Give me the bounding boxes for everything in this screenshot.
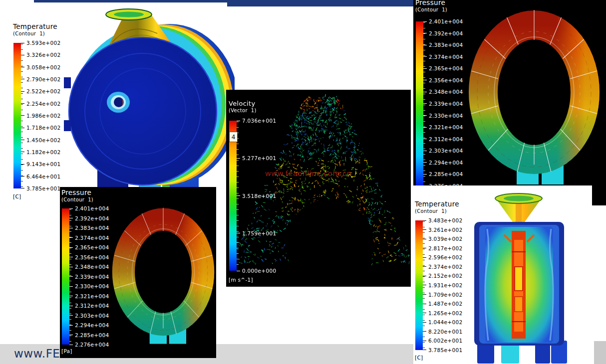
legend-tick: 3.785e+001 [423, 347, 462, 353]
tick-dash [69, 276, 73, 277]
tick-label: 1.709e+002 [428, 292, 462, 298]
legend-scale: 4 7.036e+0015.277e+0013.518e+0011.759e+0… [229, 121, 285, 271]
tick-label: 2.285e+004 [75, 332, 109, 338]
tick-label: 2.392e+004 [429, 30, 463, 36]
black-corner-extension [592, 185, 606, 205]
tick-dash [423, 350, 426, 350]
tick-dash [423, 103, 427, 104]
legend-tick: 2.401e+004 [423, 18, 463, 24]
legend-tick: 1.759e+001 [237, 230, 276, 236]
tick-label: 2.383e+004 [75, 225, 109, 231]
tick-label: 3.593e+002 [26, 40, 60, 46]
legend-tick: 2.790e+002 [21, 76, 60, 82]
tick-dash [423, 248, 426, 248]
legend-subtitle: (Contour 1) [415, 208, 471, 214]
tick-label: 2.383e+004 [429, 42, 463, 48]
tick-label: 2.303e+004 [75, 313, 109, 319]
tick-dash [237, 271, 240, 271]
legend-subtitle: (Contour 1) [415, 6, 471, 13]
tick-dash [69, 237, 73, 238]
temperature-legend-right: Temperature (Contour 1) 3.483e+0023.261e… [415, 200, 471, 361]
tick-dash [69, 335, 73, 335]
legend-tick: 2.356e+004 [69, 254, 109, 260]
legend-ticks: 2.401e+0042.392e+0042.383e+0042.374e+004… [69, 205, 109, 348]
legend-tick: 2.365e+004 [423, 65, 463, 71]
tick-label: 2.330e+004 [75, 283, 109, 289]
legend-tick: 2.312e+004 [69, 303, 109, 309]
tick-dash [21, 67, 24, 67]
legend-tick: 2.285e+004 [423, 171, 463, 177]
legend-tick: 5.277e+001 [237, 155, 276, 161]
tick-dash [423, 239, 426, 239]
legend-title: Temperature [13, 23, 69, 30]
legend-tick: 2.303e+004 [69, 313, 109, 319]
tick-label: 2.321e+004 [429, 124, 463, 130]
legend-tick: 0.000e+000 [237, 268, 276, 274]
tick-dash [21, 140, 24, 140]
tick-dash [423, 45, 427, 45]
tick-label: 3.483e+002 [428, 217, 462, 223]
tick-dash [69, 228, 73, 228]
tick-dash [423, 313, 426, 313]
tick-dash [69, 267, 73, 267]
tick-dash [21, 79, 24, 79]
legend-tick: 2.330e+004 [423, 113, 463, 119]
tick-label: 8.220e+001 [428, 329, 462, 335]
tick-label: 3.785e+001 [26, 185, 60, 191]
tick-label: 2.365e+004 [75, 244, 109, 250]
tick-label: 6.002e+001 [428, 338, 462, 344]
tick-dash [69, 257, 73, 257]
tick-dash [69, 247, 73, 248]
legend-scale: 3.593e+0023.326e+0023.058e+0022.790e+002… [13, 43, 69, 188]
legend-ticks: 7.036e+0015.277e+0013.518e+0011.759e+001… [237, 118, 276, 274]
tick-dash [423, 151, 427, 151]
tick-dash [423, 33, 427, 33]
tick-dash [69, 315, 73, 316]
legend-tick: 2.522e+002 [21, 88, 60, 94]
tick-label: 6.464e+001 [26, 174, 60, 180]
legend-tick: 2.392e+004 [69, 215, 109, 221]
tick-dash [21, 55, 24, 55]
tick-dash [423, 115, 427, 116]
legend-tick: 2.285e+004 [69, 332, 109, 338]
legend-tick: 3.785e+001 [21, 185, 60, 191]
tick-label: 1.931e+002 [428, 282, 462, 288]
tick-label: 3.261e+002 [428, 227, 462, 233]
legend-tick: 2.330e+004 [69, 283, 109, 289]
tick-label: 3.518e+001 [242, 193, 276, 199]
tick-dash [423, 162, 427, 163]
legend-tick: 1.718e+002 [21, 125, 60, 131]
pressure-legend-right: Pressure (Contour 1) 2.401e+0042.392e+00… [415, 0, 471, 185]
stator-ring-model [459, 0, 606, 185]
legend-colorbar [415, 220, 423, 350]
tick-dash [69, 286, 73, 287]
tick-dash [423, 68, 427, 69]
legend-tick: 2.303e+004 [423, 148, 463, 154]
tick-dash [423, 174, 427, 175]
tick-dash [21, 188, 24, 188]
tick-label: 1.450e+002 [26, 137, 60, 143]
tick-dash [237, 158, 240, 159]
legend-title: Pressure [61, 189, 117, 196]
legend-tick: 3.058e+002 [21, 64, 60, 70]
tick-label: 0.000e+000 [242, 268, 276, 274]
legend-title: Pressure [415, 0, 471, 6]
tick-dash [423, 220, 426, 221]
legend-tick: 6.002e+001 [423, 338, 462, 344]
tick-label: 2.790e+002 [26, 76, 60, 82]
tick-dash [423, 322, 426, 323]
legend-tick: 3.593e+002 [21, 40, 60, 46]
tick-label: 1.265e+002 [428, 310, 462, 316]
velocity-legend: Velocity (Vector 1) 4 7.036e+0015.277e+0… [229, 100, 285, 283]
legend-tick: 2.365e+004 [69, 244, 109, 250]
legend-tick: 2.817e+002 [423, 245, 462, 251]
legend-tick: 1.450e+002 [21, 137, 60, 143]
legend-tick: 1.487e+002 [423, 301, 462, 307]
tick-label: 2.401e+004 [429, 18, 463, 24]
tick-label: 2.294e+004 [75, 322, 109, 328]
velocity-panel: www.feaonline.com.cn Velocity (Vector 1)… [226, 90, 411, 287]
tick-label: 5.277e+001 [242, 155, 276, 161]
tick-label: 1.044e+002 [428, 319, 462, 325]
tick-dash [423, 266, 426, 267]
tick-dash [423, 331, 426, 332]
